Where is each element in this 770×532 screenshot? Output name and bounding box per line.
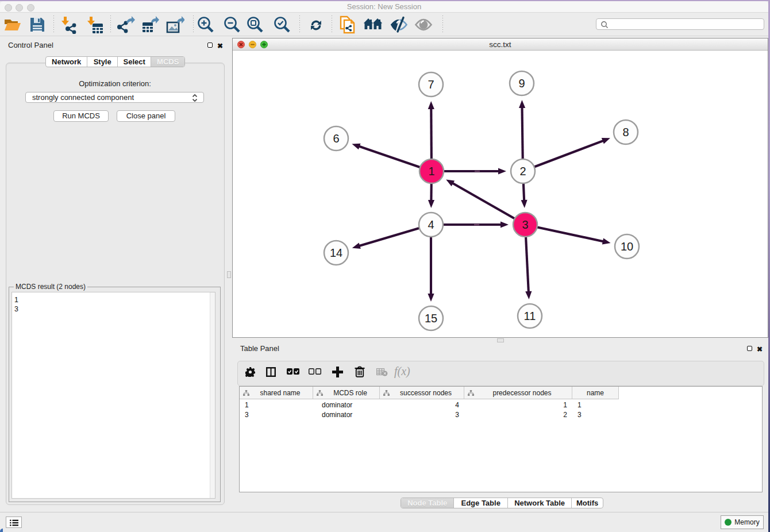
svg-text:1: 1 (428, 165, 434, 178)
svg-text:10: 10 (621, 240, 633, 253)
svg-text:11: 11 (524, 310, 536, 322)
svg-text:6: 6 (333, 132, 339, 145)
svg-text:4: 4 (428, 218, 434, 231)
svg-text:9: 9 (518, 77, 525, 90)
svg-text:15: 15 (425, 312, 437, 325)
svg-text:7: 7 (428, 78, 434, 91)
svg-text:3: 3 (522, 218, 528, 231)
svg-text:8: 8 (622, 126, 629, 138)
svg-text:2: 2 (519, 165, 526, 178)
svg-text:14: 14 (330, 246, 342, 259)
